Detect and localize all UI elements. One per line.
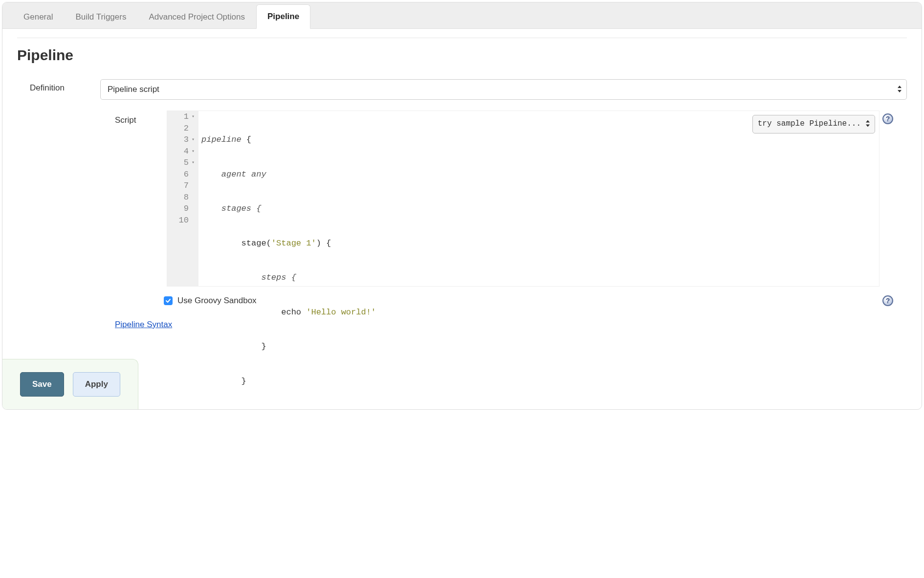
tabs-bar: General Build Triggers Advanced Project …	[2, 2, 922, 29]
apply-button[interactable]: Apply	[73, 372, 120, 397]
sample-pipeline-select[interactable]: try sample Pipeline...	[752, 115, 875, 133]
help-icon[interactable]: ?	[882, 295, 893, 306]
code-area[interactable]: pipeline { agent any stages { stage('Sta…	[198, 111, 879, 286]
definition-label: Definition	[17, 79, 100, 93]
button-bar: Save Apply	[2, 359, 138, 409]
tab-advanced-project-options[interactable]: Advanced Project Options	[137, 5, 256, 29]
fold-arrow-icon[interactable]: ▾	[191, 134, 195, 146]
tab-pipeline[interactable]: Pipeline	[256, 4, 310, 29]
fold-arrow-icon[interactable]: ▾	[191, 146, 195, 157]
help-icon[interactable]: ?	[882, 113, 893, 124]
sandbox-checkbox[interactable]	[164, 296, 173, 305]
fold-arrow-icon[interactable]: ▾	[191, 157, 195, 169]
definition-row: Definition Pipeline script	[17, 79, 907, 100]
fold-arrow-icon[interactable]: ▾	[191, 111, 195, 123]
editor-gutter: 1▾ 2 3▾ 4▾ 5▾ 6 7 8 9 10	[167, 111, 198, 286]
script-editor[interactable]: try sample Pipeline... 1▾ 2 3▾ 4▾ 5▾ 6 7…	[167, 111, 880, 287]
script-row: Script try sample Pipeline... 1▾ 2 3▾ 4▾…	[17, 111, 907, 287]
tab-general[interactable]: General	[12, 5, 64, 29]
page-title: Pipeline	[17, 47, 907, 64]
script-label: Script	[17, 111, 164, 287]
save-button[interactable]: Save	[20, 372, 64, 397]
tab-build-triggers[interactable]: Build Triggers	[64, 5, 137, 29]
definition-select[interactable]: Pipeline script	[100, 79, 907, 100]
pipeline-syntax-link[interactable]: Pipeline Syntax	[115, 320, 172, 329]
section-divider	[17, 38, 907, 38]
